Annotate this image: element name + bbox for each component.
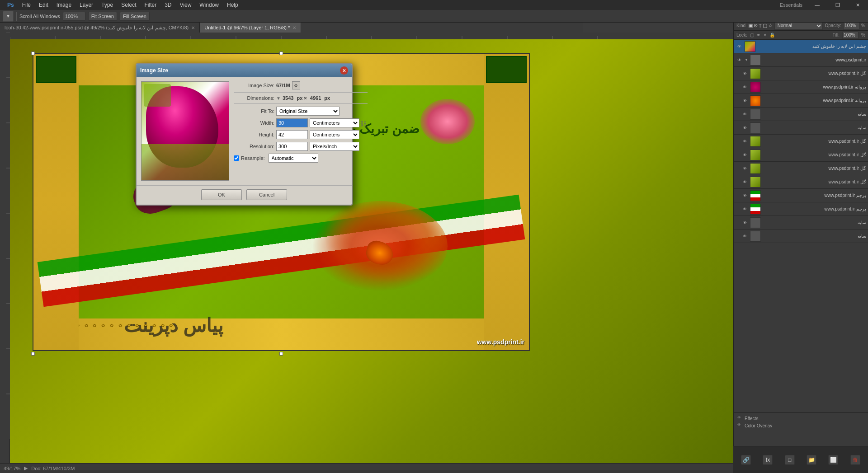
minimize-button[interactable]: — [807, 0, 827, 10]
layer-item-11[interactable]: 👁 پرچم www.psdprint.ir [734, 189, 868, 202]
layer-eye-7[interactable]: 👁 [741, 138, 748, 145]
delete-layer-button[interactable]: 🗑 [850, 455, 860, 465]
layer-eye-1[interactable]: 👁 [736, 56, 743, 64]
lock-transparent-pixels[interactable]: ▢ [750, 33, 754, 37]
layer-eye-12[interactable]: 👁 [741, 206, 748, 213]
close-button[interactable]: ✕ [848, 0, 868, 10]
resolution-unit-select[interactable]: Pixels/Inch Pixels/cm [310, 142, 359, 151]
layer-item-10[interactable]: 👁 گل www.psdprint.ir [734, 175, 868, 189]
resample-method-select[interactable]: Automatic Preserve Details Bicubic Bilin… [269, 154, 318, 163]
opacity-label: Opacity: [825, 23, 841, 28]
aspect-ratio-lock-icon[interactable]: ⛓ [359, 120, 368, 127]
layer-eye-14[interactable]: 👁 [741, 233, 748, 240]
layer-item-6[interactable]: 👁 سایه [734, 121, 868, 135]
menu-filter[interactable]: Filter [141, 1, 160, 9]
layer-item-14[interactable]: 👁 سایه [734, 229, 868, 243]
fit-screen-button[interactable]: Fit Screen [88, 12, 117, 21]
kind-filter-pixel[interactable]: ▣ [748, 23, 753, 28]
layer-eye-13[interactable]: 👁 [741, 219, 748, 226]
fit-to-select[interactable]: Original Size US Paper A4 Custom [276, 107, 340, 116]
layer-item-7[interactable]: 👁 گل www.psdprint.ir [734, 135, 868, 148]
menu-bar: Ps File Edit Image Layer Type Select Fil… [0, 0, 868, 10]
fill-input[interactable] [842, 32, 859, 39]
menu-help[interactable]: Help [223, 1, 242, 9]
dimensions-form-label: Dimensions: [234, 95, 274, 101]
add-layer-style-button[interactable]: fx [763, 455, 773, 465]
layer-eye-0[interactable]: 👁 [736, 43, 743, 50]
resolution-input[interactable] [276, 142, 308, 151]
new-group-button[interactable]: 📁 [807, 455, 816, 465]
height-input[interactable] [276, 130, 308, 139]
height-unit-select[interactable]: Centimeters Pixels Inches [310, 130, 359, 139]
tool-preset-button[interactable]: ▼ [3, 11, 14, 22]
menu-image[interactable]: Image [53, 1, 75, 9]
lock-all[interactable]: 🔒 [769, 33, 775, 37]
menu-type[interactable]: Type [98, 1, 117, 9]
doc-info: Doc: 67/1M/410/3M [31, 466, 75, 471]
opacity-input[interactable] [843, 22, 859, 30]
menu-ps[interactable]: Ps [4, 1, 18, 9]
selection-handle-tl [31, 52, 35, 55]
layer-item-5[interactable]: 👁 سایه [734, 108, 868, 121]
layer-eye-8[interactable]: 👁 [741, 151, 748, 159]
layer-item-9[interactable]: 👁 گل www.psdprint.ir [734, 162, 868, 175]
layer-item-8[interactable]: 👁 گل www.psdprint.ir [734, 148, 868, 162]
lock-image-pixels[interactable]: ✒ [757, 33, 760, 37]
layer-name-11: پرچم www.psdprint.ir [763, 193, 866, 198]
layer-eye-3[interactable]: 👁 [741, 84, 748, 91]
layer-eye-10[interactable]: 👁 [741, 178, 748, 186]
tab-untitled[interactable]: Untitled-1 @ 66/7% (Layer 1, RGB/8) * ✕ [200, 23, 301, 33]
layer-eye-2[interactable]: 👁 [741, 70, 748, 77]
blend-mode-select[interactable]: Normal [774, 22, 823, 30]
dialog-cancel-button[interactable]: Cancel [246, 189, 287, 200]
resample-checkbox[interactable] [234, 155, 239, 161]
zoom-input[interactable] [63, 12, 85, 21]
tab-untitled-close[interactable]: ✕ [292, 25, 296, 30]
layer-eye-6[interactable]: 👁 [741, 124, 748, 131]
restore-button[interactable]: ❒ [827, 0, 848, 10]
layer-eye-9[interactable]: 👁 [741, 165, 748, 172]
kind-filter-smart[interactable]: ☆ [768, 23, 773, 28]
width-input[interactable] [276, 118, 308, 127]
layer-eye-5[interactable]: 👁 [741, 111, 748, 118]
layer-item-12[interactable]: 👁 پرچم www.psdprint.ir [734, 202, 868, 216]
tabs-bar: looh-30.42-www.psdprint.ir-055.psd @ 49/… [0, 23, 583, 33]
layer-item-0[interactable]: 👁 چشم این لایه را خاموش کنید [734, 40, 868, 53]
fill-screen-button[interactable]: Fill Screen [120, 12, 150, 21]
kind-filter-type[interactable]: T [759, 23, 762, 28]
color-overlay-eye[interactable]: 👁 [737, 423, 743, 428]
layer-eye-4[interactable]: 👁 [741, 97, 748, 104]
menu-edit[interactable]: Edit [35, 1, 52, 9]
layer-item-4[interactable]: 👁 پروانه www.psdprint.ir [734, 94, 868, 108]
dimensions-arrow[interactable]: ▼ [276, 96, 281, 101]
menu-window[interactable]: Window [196, 1, 222, 9]
layer-item-1[interactable]: 👁 ▼ www.psdprint.ir [734, 53, 868, 67]
layer-item-2[interactable]: 👁 گل www.psdprint.ir [734, 67, 868, 80]
svg-rect-15 [0, 33, 10, 439]
group-arrow-1[interactable]: ▼ [745, 58, 748, 62]
menu-layer[interactable]: Layer [76, 1, 97, 9]
menu-view[interactable]: View [176, 1, 195, 9]
layer-name-6: سایه [763, 125, 866, 130]
kind-filter-adjust[interactable]: ⊙ [754, 23, 758, 28]
image-size-gear-button[interactable]: ⚙ [292, 81, 300, 89]
effects-eye-icon[interactable]: 👁 [737, 416, 743, 421]
layer-item-13[interactable]: 👁 سایه [734, 216, 868, 229]
new-layer-button[interactable]: ⬜ [828, 455, 838, 465]
tab-looh[interactable]: looh-30.42-www.psdprint.ir-055.psd @ 49/… [0, 23, 200, 33]
layers-lock-row: Lock: ▢ ✒ ✦ 🔒 Fill: % [734, 31, 868, 40]
menu-select[interactable]: Select [118, 1, 140, 9]
status-arrow[interactable]: ▶ [24, 465, 28, 471]
link-layers-button[interactable]: 🔗 [741, 455, 751, 465]
width-unit-select[interactable]: Centimeters Pixels Inches [310, 118, 359, 127]
lock-position[interactable]: ✦ [763, 33, 767, 37]
dialog-ok-button[interactable]: OK [201, 189, 242, 200]
menu-3d[interactable]: 3D [161, 1, 175, 9]
add-mask-button[interactable]: □ [785, 455, 795, 465]
menu-file[interactable]: File [19, 1, 34, 9]
layer-item-3[interactable]: 👁 پروانه www.psdprint.ir [734, 80, 868, 94]
tab-looh-close[interactable]: ✕ [191, 25, 195, 30]
kind-filter-shape[interactable]: ▢ [763, 23, 767, 28]
dialog-close-button[interactable]: ✕ [340, 66, 348, 75]
layer-eye-11[interactable]: 👁 [741, 192, 748, 199]
